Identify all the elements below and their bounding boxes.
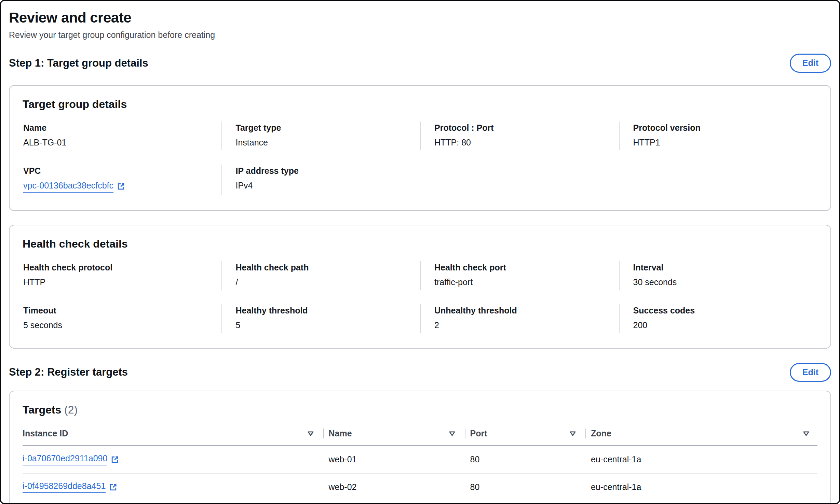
- field-ip-address-type: IP address type IPv4: [221, 165, 420, 195]
- field-hc-unhealthy-threshold-value: 2: [434, 320, 611, 330]
- field-hc-unhealthy-threshold: Unhealthy threshold 2: [420, 304, 619, 333]
- table-row: i-0a70670ed2911a090 web-01 80 eu-central…: [23, 446, 817, 473]
- page-title: Review and create: [9, 10, 831, 26]
- field-protocol-port-label: Protocol : Port: [434, 123, 611, 133]
- instance-id-filter-triangle-icon[interactable]: [307, 430, 314, 437]
- field-hc-protocol: Health check protocol HTTP: [23, 261, 221, 290]
- health-check-details-grid: Health check protocol HTTP Health check …: [23, 261, 817, 333]
- health-check-details-card: Health check details Health check protoc…: [9, 225, 831, 349]
- row2-name-cell: web-02: [329, 473, 470, 502]
- field-name-label: Name: [23, 123, 213, 133]
- health-check-details-title: Health check details: [23, 238, 817, 250]
- name-filter-triangle-icon[interactable]: [448, 430, 456, 437]
- field-target-type: Target type Instance: [221, 122, 420, 150]
- field-hc-success-codes-label: Success codes: [633, 306, 810, 316]
- field-protocol-version-label: Protocol version: [633, 123, 810, 133]
- field-ip-address-type-value: IPv4: [236, 181, 412, 191]
- field-hc-healthy-threshold-label: Healthy threshold: [236, 306, 412, 316]
- row1-port-cell: 80: [470, 446, 591, 473]
- targets-count: (2): [64, 404, 78, 416]
- vpc-link[interactable]: vpc-00136bac38ecfcbfc: [23, 181, 125, 193]
- field-hc-protocol-label: Health check protocol: [23, 263, 213, 272]
- field-protocol-port-value: HTTP: 80: [434, 138, 611, 148]
- step1-heading: Step 1: Target group details: [9, 57, 148, 69]
- column-header-port[interactable]: Port: [470, 422, 591, 446]
- target-group-details-card: Target group details Name ALB-TG-01 Targ…: [9, 85, 831, 211]
- field-protocol-version-value: HTTP1: [633, 138, 810, 148]
- field-hc-interval-label: Interval: [633, 263, 810, 272]
- row2-zone-cell: eu-central-1a: [591, 473, 817, 502]
- field-hc-port-label: Health check port: [434, 263, 611, 272]
- targets-table: Instance ID Name: [23, 422, 817, 502]
- instance-link-2[interactable]: i-0f4958269dde8a451: [23, 481, 117, 493]
- field-name-value: ALB-TG-01: [23, 138, 213, 148]
- field-target-type-label: Target type: [236, 123, 412, 133]
- field-target-type-value: Instance: [236, 138, 412, 148]
- instance-link-1[interactable]: i-0a70670ed2911a090: [23, 453, 119, 465]
- field-name: Name ALB-TG-01: [23, 122, 221, 150]
- field-vpc-label: VPC: [23, 166, 213, 176]
- review-and-create-page: Review and create Review your target gro…: [0, 0, 840, 504]
- field-hc-interval-value: 30 seconds: [633, 277, 810, 287]
- field-hc-timeout-label: Timeout: [23, 306, 213, 316]
- field-hc-healthy-threshold-value: 5: [236, 320, 412, 330]
- targets-table-header-row: Instance ID Name: [23, 422, 817, 446]
- field-hc-success-codes: Success codes 200: [619, 304, 818, 333]
- field-hc-interval: Interval 30 seconds: [619, 261, 818, 290]
- instance-link-1-text[interactable]: i-0a70670ed2911a090: [23, 453, 107, 465]
- field-hc-port: Health check port traffic-port: [420, 261, 619, 290]
- step2-header-row: Step 2: Register targets Edit: [9, 363, 831, 382]
- vpc-link-text[interactable]: vpc-00136bac38ecfcbfc: [23, 181, 113, 193]
- targets-title-text: Targets: [23, 404, 61, 416]
- table-row: i-0f4958269dde8a451 web-02 80 eu-central…: [23, 473, 817, 502]
- column-header-zone-label: Zone: [591, 429, 611, 438]
- targets-card: Targets (2) Instance ID: [9, 391, 831, 504]
- field-hc-path-label: Health check path: [236, 263, 412, 272]
- column-header-name-label: Name: [329, 429, 352, 438]
- target-group-details-grid: Name ALB-TG-01 Target type Instance Prot…: [23, 122, 817, 195]
- targets-title: Targets (2): [23, 404, 817, 416]
- page-subtitle: Review your target group configuration b…: [9, 30, 831, 40]
- field-hc-success-codes-value: 200: [633, 320, 810, 330]
- field-protocol-version: Protocol version HTTP1: [619, 122, 818, 150]
- column-header-instance-id-label: Instance ID: [23, 429, 68, 438]
- field-hc-path-value: /: [236, 277, 412, 287]
- instance-link-2-text[interactable]: i-0f4958269dde8a451: [23, 481, 106, 493]
- row1-zone-cell: eu-central-1a: [591, 446, 817, 473]
- port-filter-triangle-icon[interactable]: [569, 430, 577, 437]
- column-header-name[interactable]: Name: [329, 422, 470, 446]
- step1-edit-button[interactable]: Edit: [790, 54, 831, 73]
- column-header-instance-id[interactable]: Instance ID: [23, 422, 329, 446]
- column-header-port-label: Port: [470, 429, 487, 438]
- step1-header-row: Step 1: Target group details Edit: [9, 54, 831, 73]
- field-hc-unhealthy-threshold-label: Unhealthy threshold: [434, 306, 611, 316]
- step2-heading: Step 2: Register targets: [9, 366, 128, 378]
- field-protocol-port: Protocol : Port HTTP: 80: [420, 122, 619, 150]
- row2-port-cell: 80: [470, 473, 591, 502]
- column-header-zone[interactable]: Zone: [591, 422, 817, 446]
- field-vpc: VPC vpc-00136bac38ecfcbfc: [23, 165, 221, 195]
- step2-edit-button[interactable]: Edit: [790, 363, 831, 382]
- field-hc-healthy-threshold: Healthy threshold 5: [221, 304, 420, 333]
- field-ip-address-type-label: IP address type: [236, 166, 412, 176]
- zone-filter-triangle-icon[interactable]: [802, 430, 810, 437]
- field-hc-timeout-value: 5 seconds: [23, 320, 213, 330]
- external-link-icon: [109, 483, 117, 491]
- field-hc-port-value: traffic-port: [434, 277, 611, 287]
- field-hc-protocol-value: HTTP: [23, 277, 213, 287]
- external-link-icon: [117, 182, 125, 191]
- external-link-icon: [111, 456, 119, 464]
- target-group-details-title: Target group details: [23, 98, 817, 111]
- field-hc-timeout: Timeout 5 seconds: [23, 304, 221, 333]
- field-hc-path: Health check path /: [221, 261, 420, 290]
- row1-name-cell: web-01: [329, 446, 470, 473]
